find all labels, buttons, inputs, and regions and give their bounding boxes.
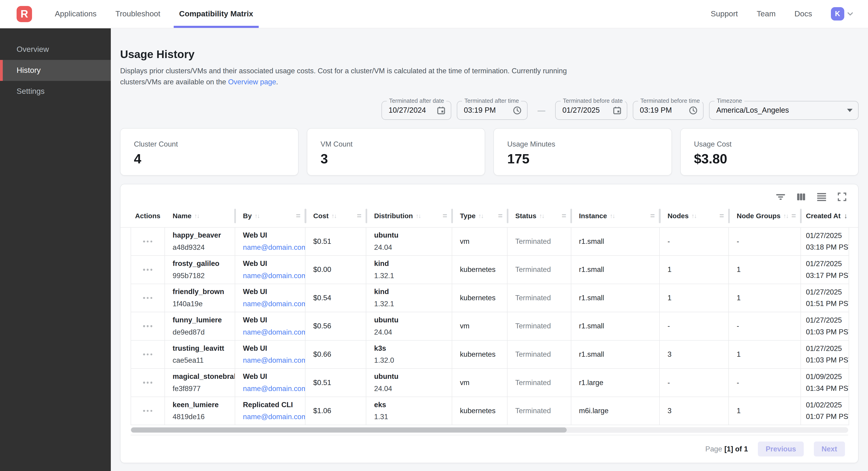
row-actions-button[interactable] (131, 397, 165, 425)
terminated-before-time-value[interactable]: 03:19 PM (640, 106, 684, 115)
sort-arrows-icon[interactable]: ↑↓ (331, 212, 336, 219)
column-menu-icon[interactable]: = (562, 211, 566, 220)
cell-type: kubernetes (452, 397, 507, 425)
range-dash: — (538, 106, 546, 115)
by-email-link[interactable]: name@domain.com (243, 243, 305, 252)
column-header-distribution[interactable]: Distribution↑↓= (366, 205, 452, 227)
column-header-by[interactable]: By↑↓= (235, 205, 306, 227)
select-arrow-icon[interactable] (847, 109, 852, 112)
nav-tab-compatibility-matrix[interactable]: Compatibility Matrix (170, 0, 262, 28)
sort-arrows-icon[interactable]: ↑↓ (783, 212, 788, 219)
calendar-icon[interactable] (613, 106, 621, 115)
nav-tab-applications[interactable]: Applications (45, 0, 106, 28)
avatar[interactable]: K (831, 7, 844, 21)
cell-nodes: 3 (660, 341, 729, 369)
column-menu-icon[interactable]: = (791, 211, 796, 220)
by-email-link[interactable]: name@domain.com (243, 385, 305, 393)
nav-link-docs[interactable]: Docs (795, 9, 812, 18)
clock-icon[interactable] (689, 106, 698, 115)
terminated-before-date-field[interactable]: Terminated before date 01/27/2025 (555, 101, 627, 120)
column-menu-icon[interactable]: = (498, 211, 503, 220)
sort-arrows-icon[interactable]: ↑↓ (539, 212, 544, 219)
column-header-name[interactable]: Name↑↓ (165, 205, 235, 227)
sidebar-item-history[interactable]: History (0, 60, 111, 81)
column-menu-icon[interactable]: = (719, 211, 724, 220)
overview-page-link[interactable]: Overview page (228, 78, 276, 86)
timezone-select[interactable]: Timezone America/Los_Angeles (709, 101, 859, 120)
calendar-icon[interactable] (437, 106, 445, 115)
row-actions-button[interactable] (131, 312, 165, 340)
cluster-name: trusting_leavitt (173, 344, 235, 353)
sort-arrows-icon[interactable]: ↑↓ (254, 212, 259, 219)
nav-link-team[interactable]: Team (757, 9, 776, 18)
terminated-after-time-value[interactable]: 03:19 PM (464, 106, 508, 115)
page-value: [1] of 1 (724, 445, 748, 453)
column-header-created-at[interactable]: Created At↓ (801, 205, 849, 227)
pagination: Page[1] of 1 Previous Next (121, 435, 858, 463)
sort-arrows-icon[interactable]: ↑↓ (415, 212, 421, 219)
chevron-down-icon[interactable] (846, 10, 854, 18)
column-header-type[interactable]: Type↑↓= (452, 205, 507, 227)
cell-status: Terminated (507, 284, 571, 312)
cell-node-groups: - (729, 369, 801, 396)
sidebar-item-settings[interactable]: Settings (0, 81, 111, 102)
nav-tab-troubleshoot[interactable]: Troubleshoot (106, 0, 170, 28)
distribution-name: ubuntu (374, 316, 452, 324)
by-email-link[interactable]: name@domain.com (243, 413, 305, 421)
filter-icon[interactable] (776, 192, 785, 202)
distribution-name: kind (374, 288, 452, 296)
app-viewport: R Applications Troubleshoot Compatibilit… (0, 0, 868, 471)
nav-link-support[interactable]: Support (711, 9, 738, 18)
column-menu-icon[interactable]: = (296, 211, 301, 220)
sort-desc-icon[interactable]: ↓ (844, 212, 847, 220)
previous-page-button[interactable]: Previous (758, 442, 804, 457)
sort-arrows-icon[interactable]: ↑↓ (610, 212, 615, 219)
terminated-after-date-field[interactable]: Terminated after date 10/27/2024 (381, 101, 451, 120)
user-menu[interactable]: K (831, 7, 854, 21)
row-actions-button[interactable] (131, 256, 165, 284)
scrollbar-track[interactable] (131, 427, 848, 433)
column-header-node-groups[interactable]: Node Groups↑↓= (729, 205, 801, 227)
terminated-after-time-field[interactable]: Terminated after time 03:19 PM (457, 101, 528, 120)
cell-type: vm (452, 312, 507, 340)
distribution-name: k3s (374, 344, 452, 353)
timezone-value[interactable]: America/Los_Angeles (716, 106, 843, 115)
terminated-after-date-value[interactable]: 10/27/2024 (389, 106, 433, 115)
sort-arrows-icon[interactable]: ↑↓ (478, 212, 483, 219)
row-actions-button[interactable] (131, 341, 165, 369)
row-actions-button[interactable] (131, 284, 165, 312)
clock-icon[interactable] (513, 106, 522, 115)
column-menu-icon[interactable]: = (650, 211, 655, 220)
column-menu-icon[interactable]: = (357, 211, 362, 220)
by-source: Web UI (243, 344, 305, 353)
by-email-link[interactable]: name@domain.com (243, 272, 305, 280)
created-time: 03:18 PM PST (806, 243, 848, 252)
terminated-before-time-field[interactable]: Terminated before time 03:19 PM (633, 101, 704, 120)
sidebar-item-overview[interactable]: Overview (0, 39, 111, 60)
column-header-instance[interactable]: Instance↑↓= (571, 205, 660, 227)
next-page-button[interactable]: Next (814, 442, 845, 457)
column-header-status[interactable]: Status↑↓= (507, 205, 571, 227)
created-date: 01/27/2025 (806, 316, 848, 324)
column-header-nodes[interactable]: Nodes↑↓= (660, 205, 729, 227)
cell-nodes: - (660, 228, 729, 256)
cell-status: Terminated (507, 369, 571, 396)
cell-status: Terminated (507, 312, 571, 340)
by-email-link[interactable]: name@domain.com (243, 328, 305, 336)
by-email-link[interactable]: name@domain.com (243, 300, 305, 308)
row-actions-button[interactable] (131, 228, 165, 256)
fullscreen-icon[interactable] (837, 192, 847, 202)
row-actions-button[interactable] (131, 369, 165, 396)
brand-logo-icon[interactable]: R (17, 6, 32, 22)
scrollbar-thumb[interactable] (131, 428, 567, 433)
sort-arrows-icon[interactable]: ↑↓ (194, 212, 199, 219)
stat-cards: Cluster Count 4 VM Count 3 Usage Minutes… (120, 128, 859, 176)
cell-name: keen_lumiere 4819de16 (165, 397, 235, 425)
column-menu-icon[interactable]: = (443, 211, 447, 220)
sort-arrows-icon[interactable]: ↑↓ (691, 212, 696, 219)
terminated-before-date-value[interactable]: 01/27/2025 (562, 106, 609, 115)
density-icon[interactable] (817, 192, 827, 202)
by-email-link[interactable]: name@domain.com (243, 356, 305, 364)
column-header-cost[interactable]: Cost↑↓= (306, 205, 366, 227)
columns-icon[interactable] (796, 192, 806, 202)
